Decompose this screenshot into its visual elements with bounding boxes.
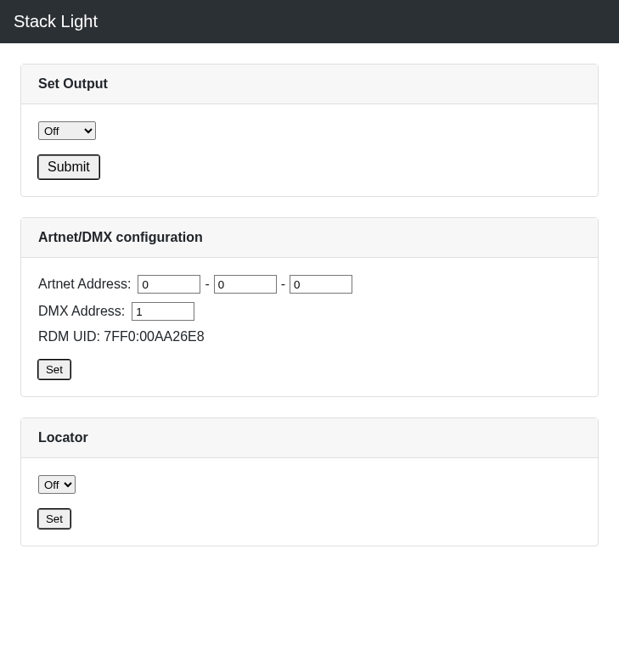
- set-output-heading: Set Output: [21, 64, 598, 104]
- artnet-address-label: Artnet Address:: [38, 277, 131, 292]
- artnet-dmx-heading: Artnet/DMX configuration: [21, 218, 598, 258]
- navbar-title: Stack Light: [14, 12, 98, 31]
- main-container: Set Output Off Submit Artnet/DMX configu…: [0, 43, 619, 587]
- artnet-address-1-input[interactable]: [138, 275, 200, 294]
- locator-heading: Locator: [21, 418, 598, 458]
- artnet-dmx-body: Artnet Address: - - DMX Address: RDM UID…: [21, 258, 598, 396]
- locator-body: Off Set: [21, 458, 598, 546]
- artnet-address-3-input[interactable]: [290, 275, 352, 294]
- rdm-uid-value: 7FF0:00AA26E8: [104, 329, 204, 344]
- set-output-card: Set Output Off Submit: [20, 64, 599, 197]
- locator-select[interactable]: Off: [38, 475, 76, 494]
- dmx-address-input[interactable]: [132, 302, 194, 321]
- dmx-address-label: DMX Address:: [38, 304, 125, 319]
- locator-card: Locator Off Set: [20, 417, 599, 546]
- submit-button[interactable]: Submit: [38, 155, 99, 179]
- artnet-address-2-input[interactable]: [214, 275, 277, 294]
- artnet-set-button[interactable]: Set: [38, 360, 70, 379]
- rdm-uid-row: RDM UID: 7FF0:00AA26E8: [38, 329, 581, 344]
- rdm-uid-label: RDM UID:: [38, 329, 100, 344]
- set-output-body: Off Submit: [21, 104, 598, 196]
- navbar: Stack Light: [0, 0, 619, 43]
- artnet-dmx-card: Artnet/DMX configuration Artnet Address:…: [20, 217, 599, 397]
- output-select[interactable]: Off: [38, 121, 96, 140]
- separator: -: [205, 277, 209, 292]
- separator: -: [281, 277, 285, 292]
- locator-set-button[interactable]: Set: [38, 509, 70, 529]
